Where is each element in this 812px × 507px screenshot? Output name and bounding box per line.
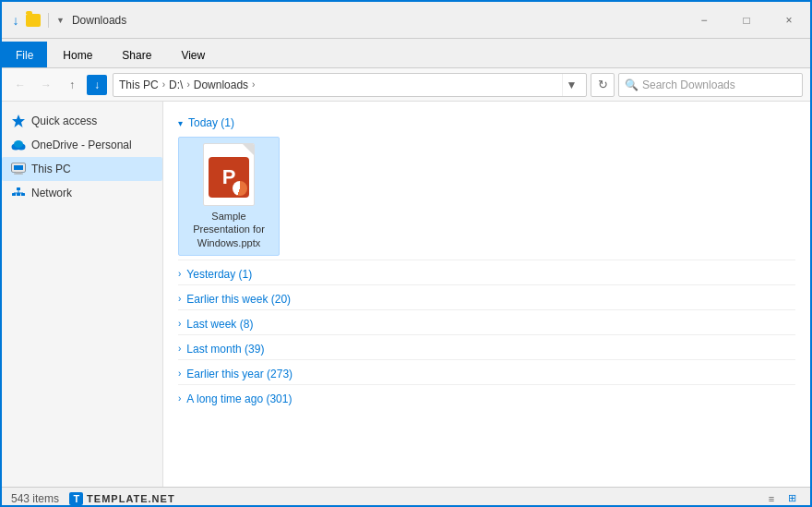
content-area: ▾ Today (1) P SamplePresentation forWind… <box>163 102 810 487</box>
path-downloads: Downloads <box>194 78 248 91</box>
group-earlier-year[interactable]: › Earlier this year (273) <box>178 359 795 384</box>
onedrive-icon <box>11 138 26 152</box>
this-pc-label: This PC <box>31 163 71 175</box>
today-files: P SamplePresentation forWindows.pptx <box>178 133 795 260</box>
path-sep-1: › <box>162 79 165 90</box>
divider <box>48 13 49 28</box>
refresh-icon: ↻ <box>598 78 608 91</box>
group-earlier-week-arrow: › <box>178 294 181 304</box>
group-long-ago-arrow: › <box>178 393 181 404</box>
search-box[interactable]: 🔍 Search Downloads <box>618 73 803 97</box>
group-today-arrow: ▾ <box>178 118 183 128</box>
group-earlier-week[interactable]: › Earlier this week (20) <box>178 284 795 309</box>
network-icon <box>11 186 26 200</box>
app-icon-arrow: ↓ <box>9 14 22 27</box>
quick-access-icon <box>11 114 26 128</box>
network-label: Network <box>31 187 72 199</box>
svg-rect-6 <box>14 165 23 170</box>
path-this-pc: This PC <box>119 78 159 91</box>
refresh-button[interactable]: ↻ <box>591 73 615 97</box>
app-icon-folder <box>26 14 41 27</box>
group-last-week-arrow: › <box>178 319 181 329</box>
tab-home[interactable]: Home <box>49 42 106 67</box>
svg-rect-8 <box>14 174 23 175</box>
group-today[interactable]: ▾ Today (1) <box>178 109 795 133</box>
group-last-month-arrow: › <box>178 344 181 354</box>
svg-rect-7 <box>16 172 21 174</box>
group-today-label: Today (1) <box>188 116 234 129</box>
tab-view[interactable]: View <box>167 42 219 67</box>
file-item-pptx[interactable]: P SamplePresentation forWindows.pptx <box>178 137 280 256</box>
item-count: 543 items <box>11 492 59 505</box>
group-earlier-year-label: Earlier this year (273) <box>186 368 293 380</box>
main-layout: Quick access OneDrive - Personal This PC… <box>2 102 810 487</box>
sidebar-item-this-pc[interactable]: This PC <box>2 157 162 181</box>
group-last-month-label: Last month (39) <box>186 343 264 356</box>
status-bar: 543 items T TEMPLATE.NET ≡ ⊞ <box>2 487 810 507</box>
sidebar-item-onedrive[interactable]: OneDrive - Personal <box>2 133 162 157</box>
pptx-letter: P <box>222 167 236 187</box>
path-sep-2: › <box>186 79 189 90</box>
search-icon: 🔍 <box>625 78 639 91</box>
group-earlier-year-arrow: › <box>178 368 181 379</box>
ribbon-tabs: File Home Share View <box>2 39 810 68</box>
maximize-button[interactable]: □ <box>725 2 768 39</box>
tab-share[interactable]: Share <box>108 42 165 67</box>
group-yesterday[interactable]: › Yesterday (1) <box>178 260 795 284</box>
quick-access-label: Quick access <box>31 115 97 127</box>
watermark-icon: T <box>69 492 83 505</box>
group-last-month[interactable]: › Last month (39) <box>178 334 795 359</box>
svg-marker-0 <box>12 115 25 127</box>
group-last-week[interactable]: › Last week (8) <box>178 309 795 334</box>
title-bar: ↓ ▼ Downloads − □ × <box>2 2 810 39</box>
sidebar-item-quick-access[interactable]: Quick access <box>2 109 162 133</box>
sidebar-item-network[interactable]: Network <box>2 181 162 205</box>
path-drive: D:\ <box>169 78 183 91</box>
downloads-quick-btn[interactable]: ↓ <box>87 75 107 95</box>
sidebar: Quick access OneDrive - Personal This PC… <box>2 102 163 487</box>
downloads-arrow-icon: ↓ <box>94 78 100 91</box>
pptx-inner-icon: P <box>209 157 249 198</box>
onedrive-label: OneDrive - Personal <box>31 139 132 151</box>
group-earlier-week-label: Earlier this week (20) <box>186 293 291 306</box>
group-last-week-label: Last week (8) <box>186 318 253 331</box>
pptx-file-icon: P <box>203 143 255 206</box>
view-large-icons-btn[interactable]: ⊞ <box>782 489 801 508</box>
group-yesterday-label: Yesterday (1) <box>186 268 252 281</box>
watermark-text: TEMPLATE.NET <box>87 493 175 504</box>
svg-point-3 <box>14 140 23 148</box>
status-left: 543 items T TEMPLATE.NET <box>11 492 175 505</box>
tab-file[interactable]: File <box>2 42 47 67</box>
close-button[interactable]: × <box>768 2 810 39</box>
qat-dropdown[interactable]: ▼ <box>56 16 65 25</box>
back-button[interactable]: ← <box>9 74 31 96</box>
path-sep-3: › <box>252 79 255 90</box>
svg-rect-9 <box>17 187 20 190</box>
group-yesterday-arrow: › <box>178 269 181 279</box>
view-details-btn[interactable]: ≡ <box>762 489 781 508</box>
watermark: T TEMPLATE.NET <box>69 492 174 505</box>
up-button[interactable]: ↑ <box>61 74 83 96</box>
file-name-label: SamplePresentation forWindows.pptx <box>193 210 265 249</box>
title-bar-icons: ↓ ▼ <box>9 13 65 28</box>
minimize-button[interactable]: − <box>683 2 725 39</box>
path-dropdown-btn[interactable]: ▼ <box>562 74 580 96</box>
search-placeholder: Search Downloads <box>642 78 735 91</box>
this-pc-icon <box>11 162 26 176</box>
address-path[interactable]: This PC › D:\ › Downloads › ▼ <box>113 73 587 97</box>
group-long-ago[interactable]: › A long time ago (301) <box>178 384 795 409</box>
status-right: ≡ ⊞ <box>762 489 801 508</box>
address-bar: ← → ↑ ↓ This PC › D:\ › Downloads › ▼ ↻ … <box>2 68 810 102</box>
forward-button[interactable]: → <box>35 74 57 96</box>
group-long-ago-label: A long time ago (301) <box>186 392 292 405</box>
window-controls: − □ × <box>683 2 810 39</box>
